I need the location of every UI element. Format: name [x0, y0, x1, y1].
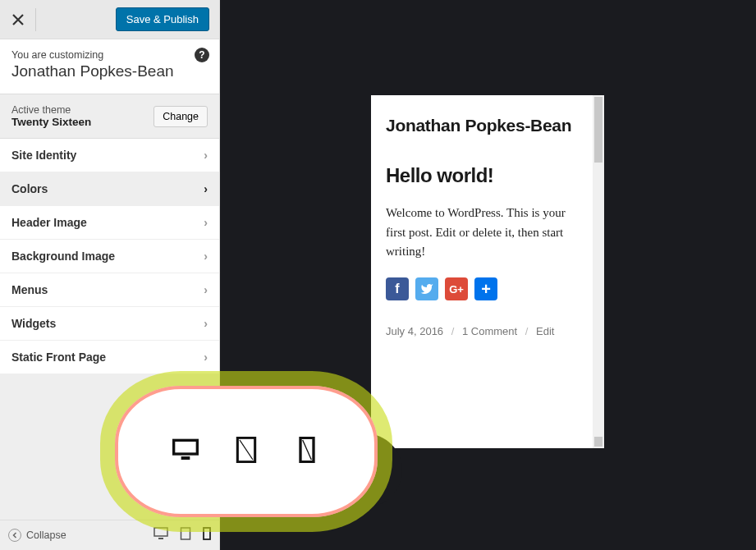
sidebar-footer: Collapse — [0, 520, 219, 550]
chevron-right-icon: › — [204, 216, 208, 229]
sidebar-header: Save & Publish — [0, 0, 219, 39]
panel-label: Static Front Page — [11, 351, 106, 364]
mobile-icon — [203, 527, 211, 540]
device-preview-toggles — [153, 527, 211, 543]
preview-post-title[interactable]: Hello world! — [386, 164, 578, 187]
tablet-view-button[interactable] — [180, 527, 191, 543]
help-icon[interactable]: ? — [195, 48, 209, 62]
meta-separator: / — [525, 325, 529, 337]
post-date[interactable]: July 4, 2016 — [386, 325, 443, 337]
panel-label: Menus — [11, 283, 48, 296]
preview-post-body: Welcome to WordPress. This is your first… — [386, 204, 578, 261]
chevron-right-icon: › — [204, 149, 208, 162]
collapse-button[interactable]: Collapse — [8, 529, 66, 542]
panel-label: Colors — [11, 182, 48, 195]
desktop-icon — [153, 527, 168, 540]
active-theme-name: Twenty Sixteen — [11, 116, 91, 128]
preview-scrollbar[interactable] — [593, 95, 604, 448]
facebook-icon: f — [395, 282, 399, 296]
customizer-sidebar: Save & Publish You are customizing Jonat… — [0, 0, 220, 550]
customizing-label: You are customizing — [11, 49, 208, 61]
panel-header-image[interactable]: Header Image › — [0, 206, 219, 240]
panel-label: Header Image — [11, 216, 87, 229]
googleplus-icon: G+ — [449, 283, 464, 296]
desktop-view-button[interactable] — [153, 527, 168, 543]
close-icon — [12, 14, 24, 25]
chevron-right-icon: › — [204, 317, 208, 330]
chevron-right-icon: › — [204, 351, 208, 364]
post-edit-link[interactable]: Edit — [536, 325, 554, 337]
chevron-right-icon: › — [204, 283, 208, 296]
panel-list: Site Identity › Colors › Header Image › … — [0, 139, 219, 374]
chevron-right-icon: › — [204, 182, 208, 195]
svg-rect-2 — [181, 528, 190, 539]
mobile-view-button[interactable] — [203, 527, 211, 543]
social-share-row: f G+ + — [386, 277, 578, 300]
svg-rect-0 — [154, 528, 167, 536]
tablet-icon — [180, 527, 191, 540]
panel-site-identity[interactable]: Site Identity › — [0, 139, 219, 172]
plus-icon: + — [481, 280, 491, 299]
sidebar-spacer — [0, 374, 219, 520]
post-comments-link[interactable]: 1 Comment — [462, 325, 517, 337]
panel-static-front-page[interactable]: Static Front Page › — [0, 341, 219, 374]
collapse-icon — [8, 529, 21, 542]
panel-label: Site Identity — [11, 149, 76, 162]
panel-background-image[interactable]: Background Image › — [0, 240, 219, 273]
chevron-right-icon: › — [204, 250, 208, 263]
preview-content: Jonathan Popkes-Bean Hello world! Welcom… — [371, 95, 593, 448]
preview-area: Jonathan Popkes-Bean Hello world! Welcom… — [220, 0, 756, 550]
svg-rect-1 — [158, 538, 163, 539]
customizing-panel: You are customizing Jonathan Popkes-Bean… — [0, 39, 219, 94]
panel-colors[interactable]: Colors › — [0, 172, 219, 206]
facebook-share-button[interactable]: f — [386, 277, 409, 300]
googleplus-share-button[interactable]: G+ — [445, 277, 468, 300]
svg-rect-3 — [204, 528, 210, 539]
twitter-icon — [420, 282, 433, 296]
collapse-label: Collapse — [26, 529, 66, 541]
theme-row: Active theme Twenty Sixteen Change — [0, 94, 219, 139]
save-publish-button[interactable]: Save & Publish — [116, 7, 209, 31]
preview-site-title[interactable]: Jonathan Popkes-Bean — [386, 115, 578, 136]
site-title: Jonathan Popkes-Bean — [11, 62, 208, 80]
panel-label: Background Image — [11, 250, 115, 263]
generic-share-button[interactable]: + — [474, 277, 497, 300]
change-theme-button[interactable]: Change — [153, 106, 208, 127]
close-button[interactable] — [0, 8, 36, 31]
panel-menus[interactable]: Menus › — [0, 273, 219, 307]
mobile-preview-frame: Jonathan Popkes-Bean Hello world! Welcom… — [371, 95, 604, 448]
panel-widgets[interactable]: Widgets › — [0, 307, 219, 341]
meta-separator: / — [451, 325, 455, 337]
post-meta: July 4, 2016 / 1 Comment / Edit — [386, 325, 578, 337]
twitter-share-button[interactable] — [415, 277, 438, 300]
active-theme-label: Active theme — [11, 104, 91, 116]
panel-label: Widgets — [11, 317, 56, 330]
